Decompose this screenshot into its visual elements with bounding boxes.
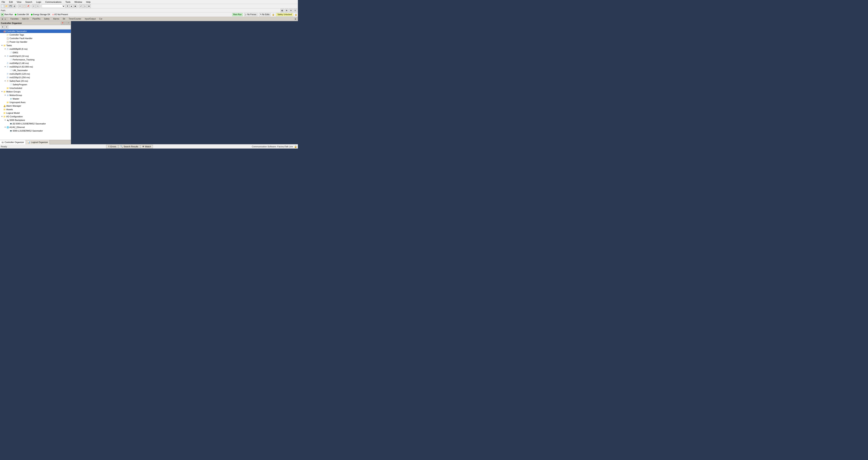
toolbar-extra-3[interactable]: ⊟ (289, 9, 293, 12)
tab-safety[interactable]: Safety (42, 18, 51, 20)
toggle-assets[interactable] (1, 108, 3, 111)
tree-item-ms0256p15[interactable]: ⏱ms0256p15 (256 ms) (0, 76, 71, 79)
tab-left-arrow[interactable]: ◄ (1, 18, 4, 20)
sidebar-close-button[interactable]: ✕ (67, 22, 70, 25)
print-button[interactable]: 🖨 (12, 4, 16, 8)
tree-item-ms0048p12[interactable]: ⏱ms0048p12 (48 ms) (0, 61, 71, 65)
tree-item-safety-program[interactable]: 📄SafetyProgram (0, 83, 71, 86)
tree-item-controller-sazonador[interactable]: ▼🏭Controller Sazonador (0, 29, 71, 33)
toggle-ms0048p12[interactable] (4, 62, 6, 64)
toggle-power-up-handler[interactable] (4, 41, 6, 43)
menu-help[interactable]: Help (85, 1, 91, 3)
menu-file[interactable]: File (1, 1, 6, 3)
tree-item-alarm-manager[interactable]: 🔔Alarm Manager (0, 104, 71, 108)
menu-edit[interactable]: Edit (8, 1, 13, 3)
toggle-ms0128p09[interactable] (4, 73, 6, 75)
no-forces-button[interactable]: ▷ No Forces (244, 13, 257, 16)
upload-btn[interactable]: ▲ (70, 4, 73, 8)
tree-item-motion-group[interactable]: ▼⚙MotionGroup (0, 93, 71, 97)
menu-window[interactable]: Window (73, 1, 83, 3)
tab-errors[interactable]: ⚠ Errors (106, 145, 118, 148)
toggle-performance-tracking[interactable] (7, 58, 9, 61)
save-button[interactable]: 💾 (9, 4, 12, 8)
paste-button[interactable]: 📌 (26, 4, 30, 8)
tab-logical-organizer[interactable]: 📊 Logical Organizer (26, 140, 50, 144)
tree-item-a1a2-ethernet[interactable]: ▼🌐A1/A2_Ethernet (0, 125, 71, 129)
tree-item-ms0128p09[interactable]: ⏱ms0128p09 (128 ms) (0, 72, 71, 76)
toggle-controller-fault-handler[interactable] (4, 37, 6, 39)
toolbar-extra-2[interactable]: ⊞ (285, 9, 288, 12)
toggle-motion-groups[interactable]: ▼ (1, 90, 3, 93)
toggle-io-configuration[interactable]: ▼ (1, 115, 3, 118)
toggle-safety-task[interactable]: ▼ (4, 80, 6, 82)
copy-button[interactable]: 📋 (22, 4, 26, 8)
toggle-ms0008p08[interactable]: ▼ (4, 48, 6, 50)
tree-item-ungrouped-axes[interactable]: 📁Ungrouped Axes (0, 100, 71, 104)
tree-item-safety-task[interactable]: ▼⏱SafetyTask (20 ms) (0, 79, 71, 83)
tree-item-master[interactable]: ⚙Master (0, 97, 71, 100)
open-button[interactable]: 📂 (5, 4, 8, 8)
toolbar-extra-1[interactable]: ◧ (281, 9, 284, 12)
tree-item-ms0064p14[interactable]: ▼⏱ms0064p14 (63.999 ms) (0, 65, 71, 68)
menu-tools[interactable]: Tools (64, 1, 71, 3)
tree-item-performance-tracking[interactable]: 📄Performance_Tracking (0, 58, 71, 61)
menu-communications[interactable]: Communications (44, 1, 62, 3)
tree-item-logical-model[interactable]: 📁Logical Model (0, 111, 71, 115)
toggle-5069-l3100erms2-sazonador-1[interactable] (7, 130, 9, 132)
tree-item-controller-fault-handler[interactable]: 📋Controller Fault Handler (0, 36, 71, 40)
toggle-motion-group[interactable]: ▼ (4, 94, 6, 96)
toggle-ms0010p10[interactable]: ▼ (4, 55, 6, 57)
tree-item-assets[interactable]: 📁Assets (0, 108, 71, 111)
sidebar-float-button[interactable]: □ (64, 22, 67, 25)
tree-expand-btn[interactable]: ⊞ (1, 25, 4, 29)
run-btn[interactable]: ▷ (83, 4, 87, 8)
download-btn[interactable]: ▼ (66, 4, 69, 8)
tree-item-controller-tags[interactable]: 🏷Controller Tags (0, 33, 71, 36)
rem-run-button[interactable]: Rem Run (232, 13, 243, 16)
tree-item-io-configuration[interactable]: ▼📁I/O Configuration (0, 115, 71, 118)
tree-item-5069-l3100erms2-sazonador-1[interactable]: 💻5069-L3100ERMS2 Sazonador (0, 129, 71, 133)
safety-unlocked-button[interactable]: Safety Unlocked (276, 13, 293, 16)
menu-view[interactable]: View (16, 1, 22, 3)
toggle-5069-l3100erms2-sazonador-0[interactable] (7, 122, 9, 125)
toggle-a1a2-ethernet[interactable]: ▼ (4, 126, 6, 128)
toggle-logical-model[interactable] (1, 112, 3, 114)
toggle-tasks[interactable]: ▼ (1, 44, 3, 47)
tree-item-ms0010p10[interactable]: ▼⏱ms0010p10 (10 ms) (0, 54, 71, 58)
tree-item-motion-groups[interactable]: ▼📁Motion Groups (0, 90, 71, 93)
toggle-master[interactable] (7, 97, 9, 100)
toggle-ms0064p14[interactable]: ▼ (4, 65, 6, 68)
go-online-btn[interactable]: ▶ (73, 4, 77, 8)
toggle-ms0256p15[interactable] (4, 76, 6, 79)
tab-search-results[interactable]: 🔍 Search Results (118, 145, 140, 148)
toggle-5069-backplane[interactable]: ▼ (4, 119, 6, 121)
undo-button[interactable]: ↩ (32, 4, 35, 8)
tree-item-em01[interactable]: 📄EM01 (0, 51, 71, 54)
toggle-controller-sazonador[interactable]: ▼ (1, 30, 3, 32)
tab-input-output[interactable]: Input/Output (83, 18, 97, 20)
toggle-ungrouped-axes[interactable] (4, 101, 6, 104)
tab-controller-organizer[interactable]: 🗂 Controller Organizer (0, 140, 26, 144)
verify-btn[interactable]: ✔ (79, 4, 83, 8)
tree-item-ms0008p08[interactable]: ▼⏱ms0008p08 (8 ms) (0, 47, 71, 51)
cut-button[interactable]: ✂ (18, 4, 22, 8)
menu-search[interactable]: Search (25, 1, 33, 3)
tree-item-power-up-handler[interactable]: 📋Power-Up Handler (0, 40, 71, 44)
tab-watch[interactable]: 👁 Watch (141, 145, 153, 148)
tree-collapse-btn[interactable]: ⊟ (5, 25, 8, 29)
sidebar-pin-button[interactable]: 📌 (61, 22, 64, 25)
tab-timer-counter[interactable]: Timer/Counter (67, 18, 83, 20)
tree-item-5069-l3100erms2-sazonador-0[interactable]: 💻[0] 5069-L3100ERMS2 Sazonador (0, 122, 71, 125)
new-button[interactable]: 📄 (1, 4, 4, 8)
toggle-controller-tags[interactable] (4, 34, 6, 36)
tree-item-tasks[interactable]: ▼📁Tasks (0, 44, 71, 47)
tree-item-5069-backplane[interactable]: ▼🔌5069 Backplane (0, 118, 71, 122)
tab-favorites[interactable]: Favorites (9, 18, 20, 20)
tree-item-um-sazonador[interactable]: 📄UM_Sazonador (0, 68, 71, 72)
toggle-safety-program[interactable] (7, 83, 9, 86)
toggle-um-sazonador[interactable] (7, 69, 9, 71)
tab-plantpax[interactable]: PlantPAx (31, 18, 42, 20)
tree-item-unscheduled[interactable]: 📁Unscheduled (0, 86, 71, 90)
tab-cor[interactable]: Cor (98, 18, 104, 20)
toolbar-extra-4[interactable]: ⊡ (293, 9, 297, 12)
